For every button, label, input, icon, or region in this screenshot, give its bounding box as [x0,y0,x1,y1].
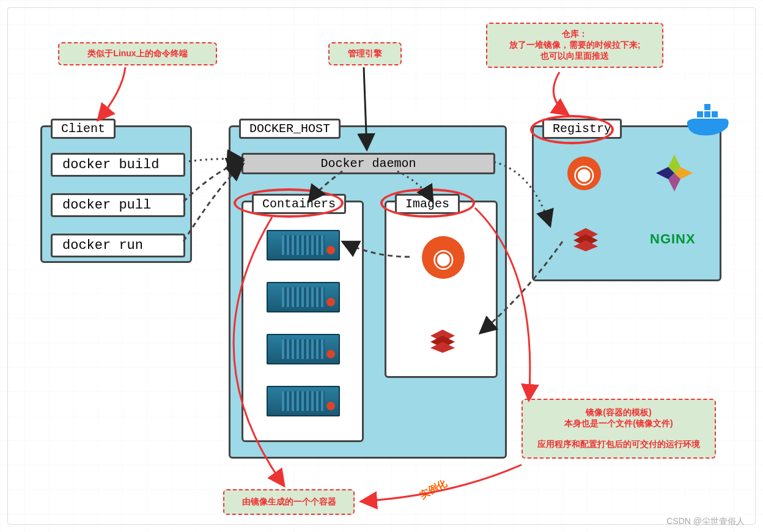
container-item-1 [267,230,340,260]
annotation-registry: 仓库： 放了一堆镜像，需要的时候拉下来; 也可以向里面推送 [486,23,663,68]
client-panel-label: Client [51,119,116,139]
annotation-registry-l3: 也可以向里面推送 [540,51,609,61]
registry-redis-icon [567,222,604,253]
watermark: CSDN @尘世壹俗人 [666,516,745,527]
annotation-images: 镜像(容器的模板) 本身也是一个文件(镜像文件) 应用程序和配置打包后的可交付的… [522,399,716,459]
annotation-daemon-text: 管理引擎 [348,48,382,58]
docker-host-label: DOCKER_HOST [239,119,341,139]
ubuntu-icon [422,236,465,279]
annotation-registry-l2: 放了一堆镜像，需要的时候拉下来; [509,40,641,50]
svg-rect-3 [697,111,703,117]
svg-rect-5 [712,111,718,117]
docker-whale-icon [682,102,737,138]
svg-rect-4 [704,111,710,117]
cmd-docker-run: docker run [51,234,185,257]
annotation-containers: 由镜像生成的一个个容器 [223,489,355,515]
centos-icon [653,152,696,194]
docker-host-panel: DOCKER_HOST Docker daemon Containers Ima… [229,125,507,459]
registry-panel-label: Registry [542,119,622,139]
cmd-docker-pull: docker pull [51,193,185,217]
redis-icon [424,323,461,354]
registry-ubuntu-icon [567,157,601,190]
docker-daemon-box: Docker daemon [241,153,495,174]
nginx-icon: NGINX [650,231,696,247]
registry-panel: Registry NGINX [532,125,721,281]
svg-rect-6 [704,104,710,110]
container-item-2 [267,282,340,312]
images-box: Images [385,201,498,378]
images-label: Images [395,194,460,214]
client-panel: Client docker build docker pull docker r… [40,125,192,263]
annotation-images-l3: 应用程序和配置打包后的可交付的运行环境 [537,439,700,449]
annotation-containers-text: 由镜像生成的一个个容器 [242,497,336,506]
annotation-client: 类似于Linux上的命令终端 [58,42,217,65]
containers-label: Containers [252,194,346,214]
containers-box: Containers [241,201,364,442]
annotation-registry-l1: 仓库： [562,29,588,39]
annotation-daemon: 管理引擎 [328,42,402,65]
container-item-4 [267,386,340,416]
annotation-images-l2: 本身也是一个文件(镜像文件) [564,418,673,428]
annotation-images-l1: 镜像(容器的模板) [586,407,651,417]
cmd-docker-build: docker build [51,153,185,177]
container-item-3 [267,334,340,364]
annotation-client-text: 类似于Linux上的命令终端 [87,48,187,58]
